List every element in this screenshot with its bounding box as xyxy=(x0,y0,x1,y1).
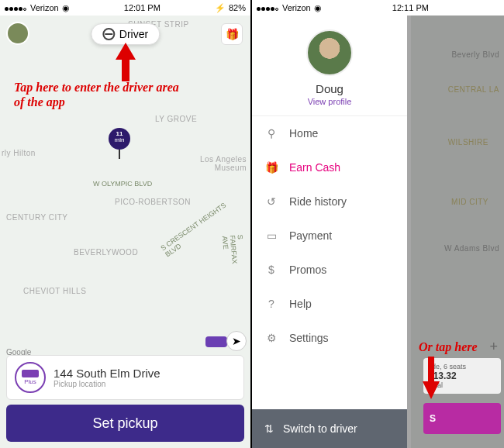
poi-label: Los Angeles Museum xyxy=(192,155,247,172)
neighborhood-label: CENTURY CITY xyxy=(6,213,68,222)
carrier-label: Verizon xyxy=(30,3,59,12)
signal-dots-icon xyxy=(5,3,27,12)
request-button[interactable]: S xyxy=(423,403,501,434)
set-pickup-button[interactable]: Set pickup xyxy=(6,405,244,442)
menu-item-ride-history[interactable]: ↺Ride history xyxy=(252,184,407,219)
view-profile-link[interactable]: View profile xyxy=(252,97,407,106)
address-line: 144 South Elm Drive xyxy=(54,367,161,380)
switch-icon: ⇅ xyxy=(264,422,274,435)
eta-unit: min xyxy=(109,137,130,143)
wifi-icon: ◉ xyxy=(314,3,322,13)
dollar-icon: $ xyxy=(264,263,278,277)
status-bar: Verizon ◉ 12:01 PM ⚡ 82% xyxy=(0,0,250,16)
eta-pin: 11 min xyxy=(109,128,130,150)
menu-item-earn-cash[interactable]: 🎁Earn Cash xyxy=(252,150,407,184)
signal-dots-icon xyxy=(257,3,279,12)
menu-item-home[interactable]: ⚲Home xyxy=(252,116,407,150)
pin-icon: ⚲ xyxy=(264,126,278,140)
neighborhood-label: LY GROVE xyxy=(155,115,197,123)
annotation-arrow-icon xyxy=(421,357,441,399)
steering-wheel-icon xyxy=(102,28,115,40)
menu-item-help[interactable]: ?Help xyxy=(252,287,407,321)
menu-item-payment[interactable]: ▭Payment xyxy=(252,219,407,253)
neighborhood-label: CHEVIOT HILLS xyxy=(23,287,86,295)
location-arrow-icon: ➤ xyxy=(232,335,241,347)
driver-mode-button[interactable]: Driver xyxy=(91,23,160,45)
status-bar: Verizon ◉ 12:11 PM xyxy=(252,0,504,16)
gear-icon: ⚙ xyxy=(264,331,278,345)
annotation-arrow-icon xyxy=(114,43,137,81)
neighborhood-label: PICO-ROBERTSON xyxy=(115,198,191,206)
profile-name: Doug xyxy=(252,82,407,95)
nav-drawer: Doug View profile ⚲Home 🎁Earn Cash ↺Ride… xyxy=(252,16,407,448)
carrier-label: Verizon xyxy=(282,3,311,12)
profile-section[interactable]: Doug View profile xyxy=(252,16,407,116)
gift-icon: 🎁 xyxy=(264,160,278,174)
history-icon: ↺ xyxy=(264,195,278,208)
annotation-text: Tap here to enter the driver area of the… xyxy=(14,80,185,109)
add-button[interactable]: + xyxy=(489,339,498,355)
driver-label: Driver xyxy=(119,28,148,40)
menu-item-settings[interactable]: ⚙Settings xyxy=(252,321,407,355)
card-icon: ▭ xyxy=(264,229,278,243)
battery-label: 82% xyxy=(229,3,246,12)
annotation-text: Or tap here xyxy=(419,339,478,354)
wifi-icon: ◉ xyxy=(62,3,70,13)
bluetooth-icon: ⚡ xyxy=(215,3,226,13)
help-icon: ? xyxy=(264,297,278,311)
neighborhood-label: BEVERLYWOOD xyxy=(74,248,138,257)
street-label: S Fairfax Ave xyxy=(221,234,247,269)
street-label: W Olympic Blvd xyxy=(93,180,152,188)
address-card[interactable]: Plus 144 South Elm Drive Pickup location xyxy=(6,355,244,400)
menu-item-promos[interactable]: $Promos xyxy=(252,253,407,287)
gift-icon: 🎁 xyxy=(226,28,239,40)
switch-label: Switch to driver xyxy=(283,422,357,435)
locate-me-button[interactable]: ➤ xyxy=(226,331,247,351)
poi-label: rly Hilton xyxy=(2,149,36,157)
avatar[interactable] xyxy=(6,22,29,45)
clock-label: 12:01 PM xyxy=(124,3,161,12)
menu-list: ⚲Home 🎁Earn Cash ↺Ride history ▭Payment … xyxy=(252,116,407,409)
gift-button[interactable]: 🎁 xyxy=(221,23,243,45)
phone-right: Verizon ◉ 12:11 PM Beverly Blvd CENTRAL … xyxy=(252,0,504,448)
address-sublabel: Pickup location xyxy=(54,380,161,388)
car-marker-icon xyxy=(205,336,227,347)
plus-badge-icon: Plus xyxy=(15,362,46,393)
avatar xyxy=(306,29,353,76)
clock-label: 12:11 PM xyxy=(392,3,429,12)
phone-left: Verizon ◉ 12:01 PM ⚡ 82% SUNSET STRIP LY… xyxy=(0,0,252,448)
switch-to-driver-button[interactable]: ⇅ Switch to driver xyxy=(252,409,407,448)
